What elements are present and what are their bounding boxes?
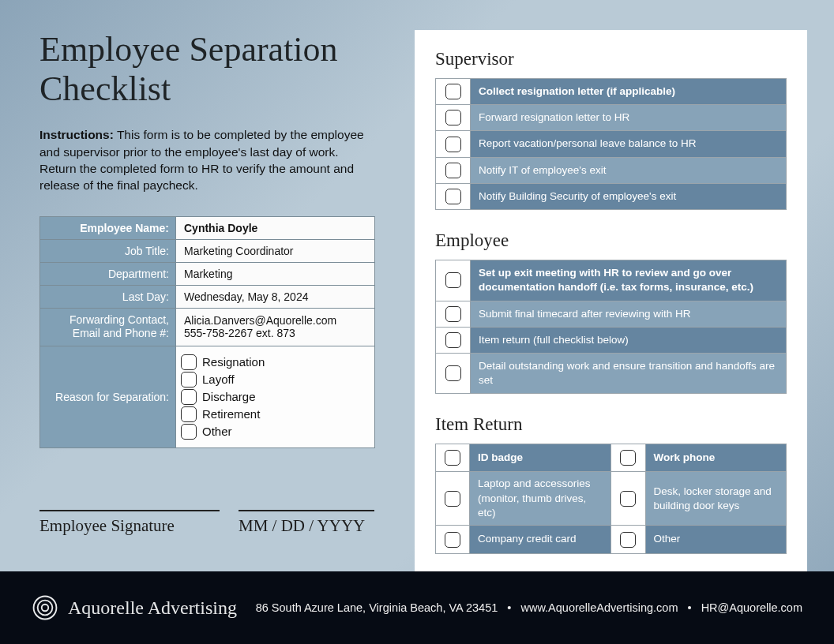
- signature-line[interactable]: [39, 510, 220, 511]
- right-panel: Supervisor Collect resignation letter (i…: [415, 30, 807, 573]
- signature-date: MM / DD / YYYY: [239, 510, 374, 536]
- info-value[interactable]: Cynthia Doyle: [176, 216, 375, 239]
- checklist-row: Forward resignation letter to HR: [435, 105, 787, 131]
- content-area: Employee Separation Checklist Instructio…: [0, 0, 834, 573]
- checkbox-cell: [611, 526, 646, 554]
- reason-option: Discharge: [181, 389, 370, 405]
- logo-icon: [32, 594, 58, 621]
- checklist-row: Notify Building Security of employee's e…: [435, 184, 787, 210]
- item-return-heading: Item Return: [435, 414, 787, 435]
- brand: Aquorelle Advertising: [32, 594, 237, 621]
- checkbox-cell: [435, 354, 470, 394]
- checklist-text: Collect resignation letter (if applicabl…: [470, 78, 787, 105]
- checklist-row: Set up exit meeting with HR to review an…: [435, 260, 787, 301]
- checkbox-cell: [435, 260, 470, 301]
- checklist-row: Item return (full checklist below): [435, 328, 787, 354]
- checklist-row: Submit final timecard after reviewing wi…: [435, 301, 787, 328]
- reason-cell: ResignationLayoffDischargeRetirementOthe…: [176, 346, 375, 447]
- checkbox[interactable]: [620, 450, 636, 466]
- checkbox[interactable]: [445, 332, 461, 348]
- checkbox[interactable]: [181, 406, 197, 422]
- instructions: Instructions: This form is to be complet…: [39, 126, 375, 194]
- item-return-cell: Work phone: [611, 444, 787, 472]
- info-value[interactable]: Marketing: [176, 262, 375, 285]
- reason-label: Retirement: [202, 407, 260, 421]
- checkbox[interactable]: [445, 137, 461, 152]
- checklist-text: Notify IT of employee's exit: [470, 158, 787, 184]
- item-return-cell: Company credit card: [435, 526, 611, 554]
- checklist-text: Forward resignation letter to HR: [470, 105, 787, 131]
- checkbox[interactable]: [445, 491, 460, 507]
- info-row: Last Day:Wednesday, May 8, 2024: [40, 285, 375, 308]
- reason-label: Discharge: [202, 390, 256, 403]
- employee-checklist: Set up exit meeting with HR to review an…: [435, 260, 787, 394]
- info-label: Job Title:: [40, 239, 176, 262]
- checkbox-cell: [435, 472, 470, 526]
- checkbox[interactable]: [445, 84, 461, 99]
- checkbox-cell: [611, 472, 646, 526]
- checkbox[interactable]: [445, 189, 461, 204]
- employee-heading: Employee: [435, 230, 787, 251]
- info-row: Department:Marketing: [40, 262, 375, 285]
- date-line[interactable]: [239, 510, 374, 511]
- footer-contact: 86 South Azure Lane, Virginia Beach, VA …: [256, 601, 802, 614]
- info-label: Department:: [40, 262, 176, 285]
- reason-label: Other: [202, 425, 232, 438]
- checkbox[interactable]: [181, 354, 197, 370]
- left-column: Employee Separation Checklist Instructio…: [39, 30, 375, 573]
- item-return-text: Laptop and accessories (monitor, thumb d…: [470, 472, 611, 526]
- info-label: Forwarding Contact,Email and Phone #:: [40, 308, 176, 346]
- instructions-label: Instructions:: [39, 128, 114, 141]
- checklist-row: Detail outstanding work and ensure trans…: [435, 354, 787, 394]
- checkbox[interactable]: [445, 272, 461, 288]
- checkbox-cell: [435, 526, 470, 554]
- item-return-text: Work phone: [646, 444, 787, 472]
- checklist-row: Notify IT of employee's exit: [435, 158, 787, 184]
- checkbox[interactable]: [620, 491, 636, 507]
- checkbox[interactable]: [445, 365, 461, 381]
- item-return-cell: Desk, locker storage and building door k…: [611, 472, 787, 526]
- checkbox-cell: [435, 105, 470, 131]
- checkbox[interactable]: [445, 110, 461, 125]
- checkbox[interactable]: [181, 424, 197, 440]
- info-value[interactable]: Wednesday, May 8, 2024: [176, 285, 375, 308]
- checkbox[interactable]: [181, 372, 197, 388]
- checklist-text: Item return (full checklist below): [470, 328, 787, 354]
- checkbox-cell: [435, 158, 470, 184]
- info-row: Employee Name:Cynthia Doyle: [40, 216, 375, 239]
- signature-area: Employee Signature MM / DD / YYYY: [39, 510, 375, 536]
- checklist-text: Submit final timecard after reviewing wi…: [470, 301, 787, 328]
- supervisor-heading: Supervisor: [435, 49, 787, 69]
- checkbox[interactable]: [445, 450, 460, 466]
- info-label: Last Day:: [40, 285, 176, 308]
- checkbox-cell: [435, 184, 470, 210]
- footer-email: HR@Aquorelle.com: [701, 601, 802, 614]
- checkbox-cell: [435, 328, 470, 354]
- item-return-grid: ID badgeWork phoneLaptop and accessories…: [435, 444, 787, 554]
- item-return-cell: Other: [611, 526, 787, 554]
- checkbox-cell: [435, 131, 470, 157]
- checklist-row: Report vacation/personal leave balance t…: [435, 131, 787, 157]
- checkbox[interactable]: [445, 163, 461, 178]
- checkbox-cell: [435, 78, 470, 105]
- reason-label: Resignation: [202, 355, 265, 369]
- checklist-text: Notify Building Security of employee's e…: [470, 184, 787, 210]
- checkbox[interactable]: [445, 306, 461, 322]
- reason-option: Resignation: [181, 354, 370, 370]
- signature-employee: Employee Signature: [39, 510, 220, 536]
- checklist-text: Detail outstanding work and ensure trans…: [470, 354, 787, 394]
- checkbox[interactable]: [445, 532, 460, 548]
- info-row: Job Title:Marketing Coordinator: [40, 239, 375, 262]
- reason-label: Layoff: [202, 373, 235, 386]
- checkbox[interactable]: [620, 532, 636, 548]
- page: Employee Separation Checklist Instructio…: [0, 0, 834, 644]
- info-row: Reason for Separation:ResignationLayoffD…: [40, 346, 375, 447]
- checklist-row: Collect resignation letter (if applicabl…: [435, 78, 787, 105]
- item-return-text: Company credit card: [470, 526, 611, 554]
- info-value[interactable]: Marketing Coordinator: [176, 239, 375, 262]
- info-value[interactable]: Alicia.Danvers@Aquorelle.com555-758-2267…: [176, 308, 375, 346]
- checklist-text: Set up exit meeting with HR to review an…: [470, 260, 787, 301]
- checkbox-cell: [435, 444, 470, 472]
- checkbox[interactable]: [181, 389, 197, 405]
- footer-web: www.AquorelleAdvertising.com: [520, 601, 678, 614]
